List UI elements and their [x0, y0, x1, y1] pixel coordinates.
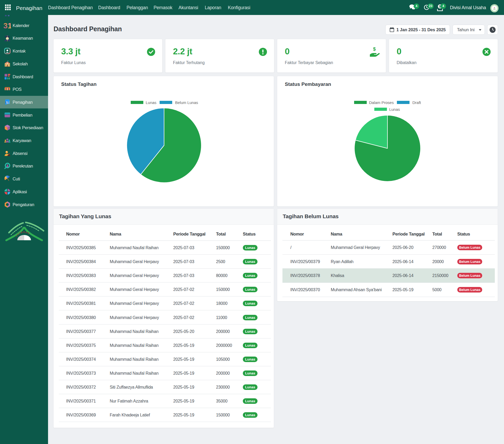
svg-text:$: $: [373, 47, 376, 52]
svg-text:1: 1: [8, 22, 11, 29]
svg-text:3: 3: [4, 22, 8, 29]
svg-text:$: $: [6, 101, 8, 104]
